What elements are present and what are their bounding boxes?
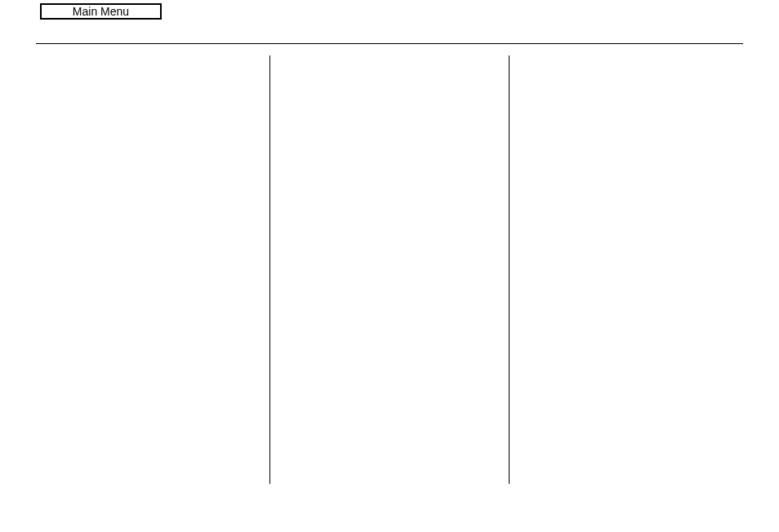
main-menu-label: Main Menu (73, 6, 129, 17)
column-right (510, 55, 743, 484)
column-left (36, 55, 269, 484)
content-columns (36, 55, 743, 484)
main-menu-button[interactable]: Main Menu (40, 3, 162, 20)
column-middle (269, 55, 510, 484)
horizontal-divider (36, 43, 743, 44)
